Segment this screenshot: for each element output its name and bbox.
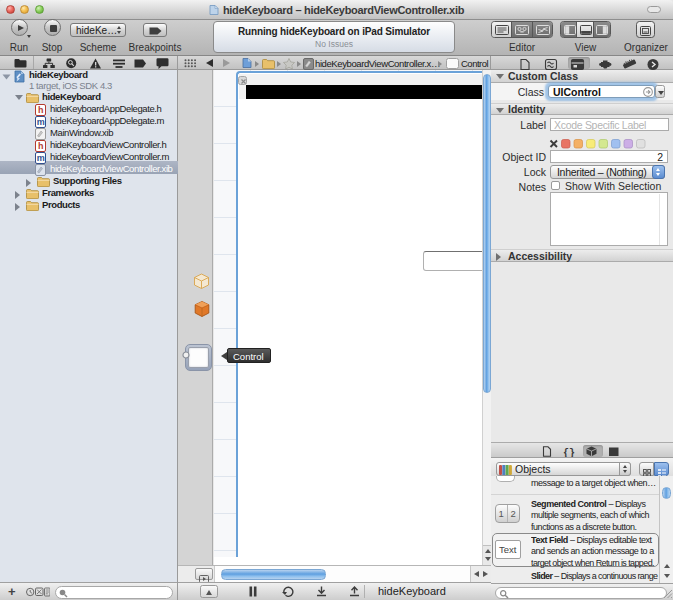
svg-text:m: m: [37, 153, 45, 163]
svg-text:m: m: [37, 117, 45, 127]
svg-text:h: h: [38, 141, 43, 151]
svg-text:h: h: [38, 105, 43, 115]
svg-text:{}: {}: [563, 447, 575, 457]
